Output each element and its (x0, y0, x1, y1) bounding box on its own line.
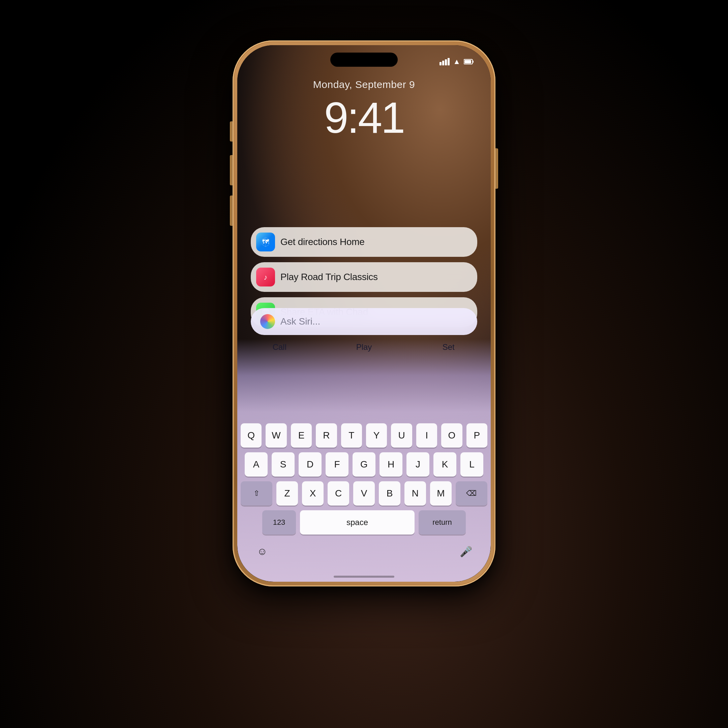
key-p[interactable]: P (466, 423, 487, 448)
status-icons: ▲ (439, 57, 474, 66)
key-z[interactable]: Z (276, 481, 298, 506)
key-m[interactable]: M (430, 481, 452, 506)
key-c[interactable]: C (327, 481, 349, 506)
key-e[interactable]: E (291, 423, 312, 448)
maps-icon: 🗺 (256, 232, 275, 251)
svg-rect-1 (473, 61, 474, 63)
signal-icon (439, 58, 450, 66)
keyboard-bottom-row: ☺ 🎤 (241, 539, 487, 564)
key-r[interactable]: R (316, 423, 337, 448)
key-v[interactable]: V (353, 481, 375, 506)
svg-text:♪: ♪ (264, 273, 268, 281)
key-b[interactable]: B (379, 481, 401, 506)
space-key[interactable]: space (300, 510, 414, 535)
return-key[interactable]: return (419, 510, 466, 535)
music-icon: ♪ (256, 268, 275, 286)
key-a[interactable]: A (245, 452, 268, 477)
keyboard-row-3: ⇧ Z X C V B N M ⌫ (241, 481, 487, 506)
suggestion-directions[interactable]: 🗺 Get directions Home (251, 227, 477, 257)
key-t[interactable]: T (341, 423, 362, 448)
microphone-key[interactable]: 🎤 (454, 539, 477, 564)
volume-up-button[interactable] (230, 155, 232, 185)
quick-set-button[interactable]: Set (406, 338, 491, 356)
emoji-key[interactable]: ☺ (251, 539, 274, 564)
key-f[interactable]: F (326, 452, 349, 477)
volume-down-button[interactable] (230, 196, 232, 226)
siri-search-bar[interactable]: Ask Siri... (251, 308, 477, 335)
suggestion-directions-label: Get directions Home (280, 237, 365, 248)
key-j[interactable]: J (407, 452, 430, 477)
screen: ▲ Monday, September 9 9:41 (237, 45, 491, 582)
dynamic-island (330, 53, 398, 67)
key-x[interactable]: X (302, 481, 324, 506)
keyboard: Q W E R T Y U I O P A S D F G (237, 423, 491, 568)
key-k[interactable]: K (433, 452, 456, 477)
battery-icon (464, 59, 474, 65)
key-l[interactable]: L (460, 452, 483, 477)
key-i[interactable]: I (416, 423, 437, 448)
phone-frame: ▲ Monday, September 9 9:41 (232, 40, 496, 586)
key-w[interactable]: W (266, 423, 286, 448)
quick-call-button[interactable]: Call (237, 338, 322, 356)
suggestion-music-label: Play Road Trip Classics (280, 272, 378, 283)
key-n[interactable]: N (404, 481, 426, 506)
scene: ▲ Monday, September 9 9:41 (0, 0, 728, 728)
key-d[interactable]: D (298, 452, 321, 477)
quick-suggestions-row: Call Play Set (237, 338, 491, 356)
svg-text:🗺: 🗺 (262, 238, 269, 245)
quick-play-button[interactable]: Play (322, 338, 407, 356)
key-u[interactable]: U (391, 423, 412, 448)
keyboard-row-2: A S D F G H J K L (241, 452, 487, 477)
power-button[interactable] (496, 148, 498, 189)
svg-rect-2 (465, 60, 471, 63)
wifi-icon: ▲ (453, 57, 460, 66)
siri-placeholder: Ask Siri... (280, 316, 320, 327)
lock-screen-date: Monday, September 9 (237, 79, 491, 90)
keyboard-row-4: 123 space return (241, 510, 487, 535)
mute-button[interactable] (230, 121, 232, 142)
shift-key[interactable]: ⇧ (241, 481, 272, 506)
keyboard-row-1: Q W E R T Y U I O P (241, 423, 487, 448)
key-h[interactable]: H (379, 452, 402, 477)
lock-screen-time: 9:41 (237, 92, 491, 143)
key-y[interactable]: Y (366, 423, 387, 448)
delete-key[interactable]: ⌫ (456, 481, 487, 506)
key-s[interactable]: S (272, 452, 295, 477)
key-o[interactable]: O (441, 423, 462, 448)
suggestion-music[interactable]: ♪ Play Road Trip Classics (251, 262, 477, 292)
key-g[interactable]: G (353, 452, 375, 477)
siri-orb-icon (260, 314, 275, 329)
key-q[interactable]: Q (241, 423, 262, 448)
numbers-key[interactable]: 123 (262, 510, 296, 535)
home-indicator (334, 576, 394, 578)
